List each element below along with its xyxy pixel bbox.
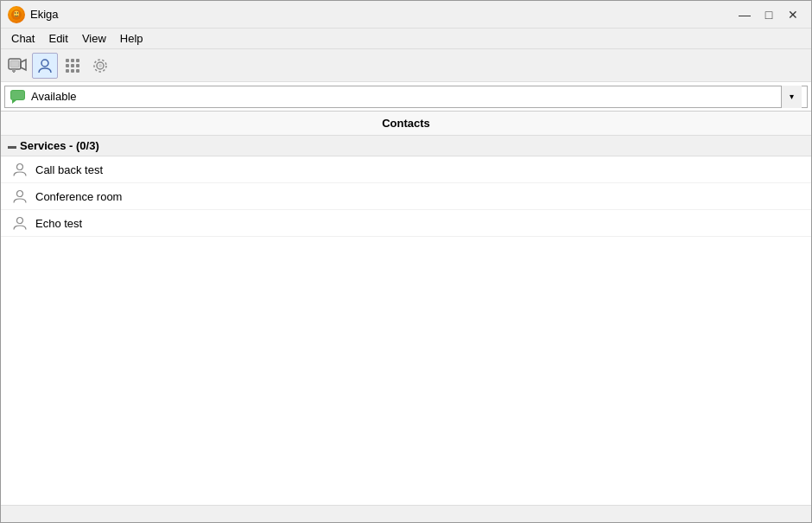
menu-view[interactable]: View (75, 30, 113, 47)
menu-help[interactable]: Help (113, 30, 150, 47)
window-title: Ekiga (30, 8, 733, 21)
svg-point-3 (17, 12, 19, 14)
contact-conferenceroom[interactable]: Conference room (1, 183, 811, 210)
svg-point-21 (98, 64, 102, 67)
svg-rect-14 (71, 64, 74, 67)
preferences-button[interactable] (87, 53, 113, 79)
dialpad-button[interactable] (60, 53, 86, 79)
svg-rect-11 (71, 59, 74, 62)
contact-icon-conferenceroom (11, 188, 29, 205)
svg-point-25 (17, 164, 23, 170)
status-dropdown-button[interactable]: ▾ (781, 86, 802, 108)
svg-rect-10 (66, 59, 69, 62)
status-input-wrapper: ▾ (4, 86, 808, 108)
svg-marker-24 (12, 100, 16, 104)
menu-bar: Chat Edit View Help (1, 29, 811, 49)
contacts-header: Contacts (1, 112, 811, 136)
svg-rect-13 (66, 64, 69, 67)
svg-point-27 (17, 218, 23, 224)
svg-point-26 (17, 191, 23, 197)
svg-rect-17 (71, 69, 74, 73)
svg-point-9 (41, 60, 48, 67)
services-group-header[interactable]: ▬ Services - (0/3) (1, 136, 811, 156)
close-button[interactable]: ✕ (782, 3, 804, 26)
services-label: Services - (0/3) (20, 139, 99, 152)
svg-rect-8 (12, 69, 16, 72)
minimize-button[interactable]: — (733, 3, 756, 26)
menu-chat[interactable]: Chat (4, 30, 41, 47)
svg-rect-18 (76, 69, 79, 73)
contact-echotest[interactable]: Echo test (1, 210, 811, 237)
svg-rect-12 (76, 59, 79, 62)
webcam-button[interactable] (4, 53, 30, 79)
status-input[interactable] (31, 90, 781, 103)
main-content: Contacts ▬ Services - (0/3) Call back te… (1, 112, 811, 505)
svg-rect-16 (66, 69, 69, 73)
services-collapse-icon: ▬ (8, 141, 16, 150)
contacts-button[interactable] (32, 53, 58, 79)
maximize-button[interactable]: □ (758, 3, 780, 26)
window-controls: — □ ✕ (733, 3, 804, 26)
contact-label-echotest: Echo test (35, 217, 82, 230)
status-bar: ▾ (1, 82, 811, 112)
toolbar (1, 49, 811, 82)
status-chat-icon (10, 89, 26, 105)
title-bar: Ekiga — □ ✕ (1, 1, 811, 29)
bottom-status-bar (1, 505, 811, 522)
svg-rect-23 (11, 91, 24, 99)
svg-point-2 (15, 12, 16, 14)
svg-rect-5 (10, 61, 19, 67)
contact-label-conferenceroom: Conference room (35, 190, 122, 203)
menu-edit[interactable]: Edit (41, 30, 74, 47)
contact-icon-callbacktest (11, 161, 29, 178)
contact-callbacktest[interactable]: Call back test (1, 156, 811, 183)
services-group: ▬ Services - (0/3) Call back test (1, 136, 811, 237)
main-window: Ekiga — □ ✕ Chat Edit View Help (0, 0, 812, 523)
contact-label-callbacktest: Call back test (35, 163, 103, 176)
contact-icon-echotest (11, 214, 29, 232)
svg-rect-15 (76, 64, 79, 67)
app-icon (8, 6, 25, 23)
svg-marker-6 (21, 60, 26, 70)
